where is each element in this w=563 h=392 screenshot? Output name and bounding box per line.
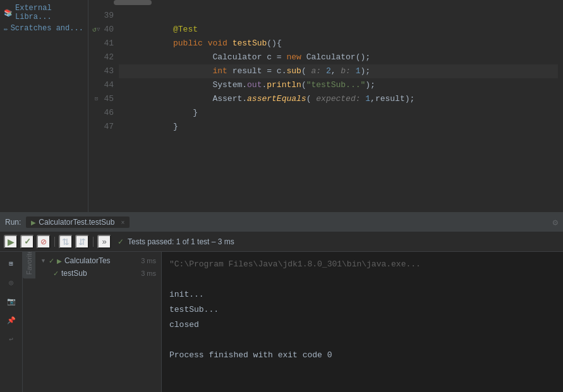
toolbar-separator-2 [93, 237, 94, 247]
code-editor[interactable]: @Test public void testSub(){ Calculator … [119, 5, 558, 212]
tool-coverage-btn[interactable]: ◎ [3, 273, 20, 291]
run-label: Run: [5, 218, 21, 227]
line-numbers: 39 ↺ ▽ 40 41 42 [88, 5, 119, 212]
line-num-45: ⊡ 45 [88, 92, 114, 106]
code-line-39: @Test [119, 9, 558, 23]
expand-button[interactable]: » [97, 235, 111, 249]
test-tree-parent[interactable]: ▼ ✓ ▶ CalculatorTes 3 ms [35, 254, 161, 267]
test-status: ✓ Tests passed: 1 of 1 test – 3 ms [118, 237, 234, 246]
test-pass-icon: ✓ [118, 237, 124, 246]
line-num-47: 47 [88, 120, 114, 134]
code-line-47 [119, 120, 558, 134]
scratch-icon: ✏️ [4, 25, 8, 33]
stop-button[interactable]: ⊘ [37, 235, 51, 249]
line-num-42: 42 [88, 50, 114, 64]
line-num-44: 44 [88, 78, 114, 92]
sort-desc-button[interactable]: ⇵ [75, 235, 89, 249]
tool-pin-btn[interactable]: 📌 [3, 311, 20, 329]
external-libraries-item[interactable]: 📚 External Libra... [0, 3, 88, 23]
output-line-path: "C:\Program Files\Java\jdk1.8.0_301\bin\… [169, 257, 555, 272]
library-icon: 📚 [4, 9, 13, 17]
output-line-exit: Process finished with exit code 0 [169, 348, 555, 363]
tab-close-icon[interactable]: × [121, 219, 124, 226]
tab-play-icon: ▶ [31, 219, 36, 226]
parent-play-icon: ▶ [57, 258, 62, 264]
vertical-scrollbar[interactable] [558, 5, 563, 212]
run-panel: Run: ▶ CalculatorTest.testSub × ⚙ ▶ ✓ ⊘ … [0, 212, 563, 392]
parent-check-icon: ✓ [49, 257, 54, 265]
output-panel: "C:\Program Files\Java\jdk1.8.0_301\bin\… [162, 252, 563, 392]
check-button[interactable]: ✓ [20, 235, 34, 249]
child-duration: 3 ms [141, 270, 156, 277]
child-check-icon: ✓ [53, 270, 59, 278]
tool-tree-btn[interactable]: ⊞ [3, 254, 20, 272]
test-tree-child[interactable]: ✓ testSub 3 ms [35, 267, 161, 280]
output-line-blank2 [169, 333, 555, 348]
line-num-39: 39 [88, 9, 114, 23]
run-header: Run: ▶ CalculatorTest.testSub × ⚙ [0, 213, 563, 232]
chevron-icon: ▼ [40, 258, 46, 264]
tool-exit-btn[interactable]: ↩ [3, 330, 20, 348]
tool-snapshot-btn[interactable]: 📷 [3, 292, 20, 310]
project-sidebar: 📚 External Libra... ✏️ Scratches and... [0, 0, 88, 212]
tools-panel: ⊞ ◎ 📷 📌 ↩ [0, 252, 23, 392]
output-line-testsub: testSub... [169, 302, 555, 318]
test-status-text: Tests passed: 1 of 1 test – 3 ms [128, 237, 234, 246]
play-button[interactable]: ▶ [4, 235, 18, 249]
run-body: ⊞ ◎ 📷 📌 ↩ Favorites ▼ ✓ ▶ CalculatorTes … [0, 252, 563, 392]
run-tab[interactable]: ▶ CalculatorTest.testSub × [26, 217, 130, 228]
output-line-closed: closed [169, 318, 555, 333]
settings-gear-icon[interactable]: ⚙ [553, 217, 558, 228]
run-tab-name: CalculatorTest.testSub [39, 218, 114, 227]
parent-duration: 3 ms [141, 257, 156, 264]
test-tree: ▼ ✓ ▶ CalculatorTes 3 ms ✓ testSub 3 ms [35, 252, 162, 392]
run-toolbar: ▶ ✓ ⊘ ⇅ ⇵ » ✓ Tests passed: 1 of 1 test … [0, 232, 563, 252]
line-num-40: ↺ ▽ 40 [88, 23, 114, 37]
output-line-init: init... [169, 287, 555, 302]
parent-test-label: CalculatorTes [64, 256, 111, 265]
line-num-41: 41 [88, 37, 114, 50]
favorites-tab[interactable]: Favorites [23, 252, 35, 278]
output-line-blank1 [169, 272, 555, 287]
child-test-label: testSub [61, 269, 87, 278]
scratches-item[interactable]: ✏️ Scratches and... [0, 23, 88, 34]
sort-asc-button[interactable]: ⇅ [59, 235, 73, 249]
horizontal-scrollbar[interactable] [88, 0, 563, 5]
line-num-46: 46 [88, 106, 114, 120]
line-num-43: 43 [88, 64, 114, 78]
toolbar-separator-1 [54, 237, 55, 247]
